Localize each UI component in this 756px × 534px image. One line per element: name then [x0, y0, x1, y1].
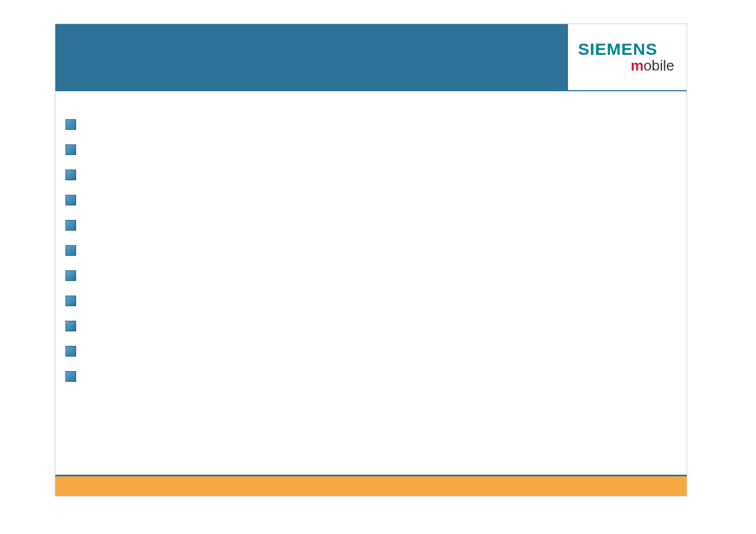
bullet-icon: [65, 270, 76, 281]
slide-body: [55, 91, 687, 472]
header-title-area: [55, 24, 568, 90]
bullet-icon: [65, 346, 76, 357]
bullet-icon: [65, 296, 76, 306]
bullet-item: [65, 170, 83, 180]
bullet-item: [65, 321, 83, 331]
slide-header: SIEMENS mobile: [55, 24, 687, 91]
bullet-icon: [65, 170, 76, 180]
bullet-icon: [65, 245, 76, 256]
bullet-icon: [65, 371, 76, 382]
bullet-item: [65, 195, 83, 205]
bullet-item: [65, 346, 83, 356]
bullet-item: [65, 371, 83, 381]
bullet-item: [65, 220, 83, 230]
slide-container: SIEMENS mobile: [55, 24, 687, 496]
bullet-item: [65, 270, 83, 280]
bullet-icon: [65, 195, 76, 205]
brand-main-text: SIEMENS: [578, 41, 658, 58]
bullet-icon: [65, 321, 76, 331]
brand-sub-prefix: m: [631, 57, 644, 74]
bullet-item: [65, 296, 83, 306]
bullet-icon: [65, 119, 76, 130]
bullet-icon: [65, 144, 76, 155]
brand-sub-text: mobile: [631, 58, 681, 74]
bullet-item: [65, 245, 83, 255]
slide-footer-bar: [55, 475, 687, 496]
brand-logo-area: SIEMENS mobile: [568, 24, 687, 90]
bullet-icon: [65, 220, 76, 231]
bullet-item: [65, 144, 83, 154]
brand-sub-rest: obile: [644, 57, 674, 74]
bullet-list: [65, 119, 83, 396]
bullet-item: [65, 119, 83, 129]
